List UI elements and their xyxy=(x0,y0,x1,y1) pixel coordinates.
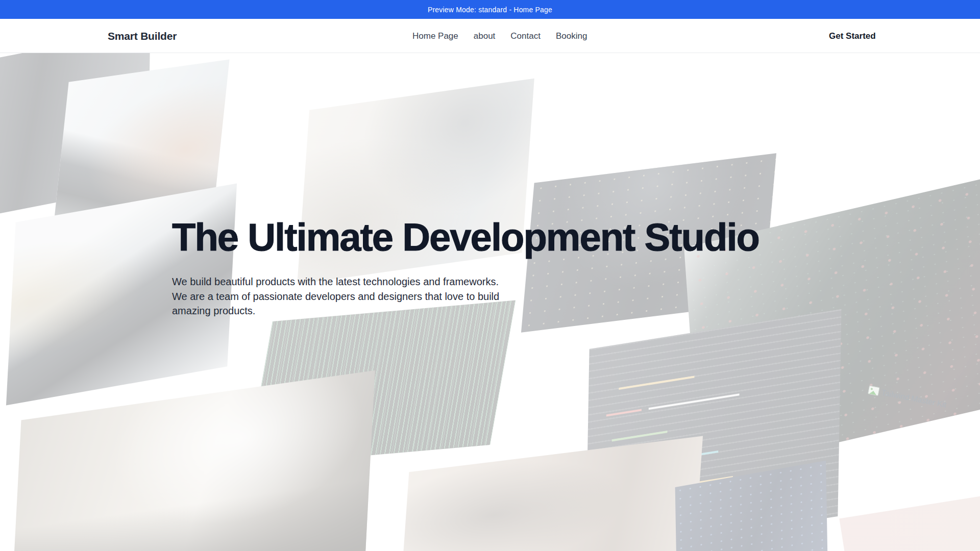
navbar: Smart Builder Home Page about Contact Bo… xyxy=(0,19,980,53)
nav-link-about[interactable]: about xyxy=(474,31,496,41)
brand-logo[interactable]: Smart Builder xyxy=(108,19,177,53)
nav-link-booking[interactable]: Booking xyxy=(556,31,587,41)
hero-description: We build beautiful products with the lat… xyxy=(172,274,504,318)
hero-title: The Ultimate Development Studio xyxy=(172,216,759,258)
bg-photo-team-presentation xyxy=(11,370,375,551)
broken-image-icon xyxy=(868,385,880,396)
bg-photo-warm-fragment xyxy=(839,495,980,551)
preview-mode-banner-text: Preview Mode: standard - Home Page xyxy=(428,6,552,14)
nav-links: Home Page about Contact Booking xyxy=(412,19,587,53)
get-started-button[interactable]: Get Started xyxy=(829,19,876,53)
preview-mode-banner: Preview Mode: standard - Home Page xyxy=(0,0,980,19)
hero-section: The Ultimate Development Studio We build… xyxy=(172,216,759,318)
bg-photo-people-working-laptops xyxy=(400,436,703,551)
nav-link-contact[interactable]: Contact xyxy=(510,31,541,41)
nav-link-home-page[interactable]: Home Page xyxy=(412,31,458,41)
